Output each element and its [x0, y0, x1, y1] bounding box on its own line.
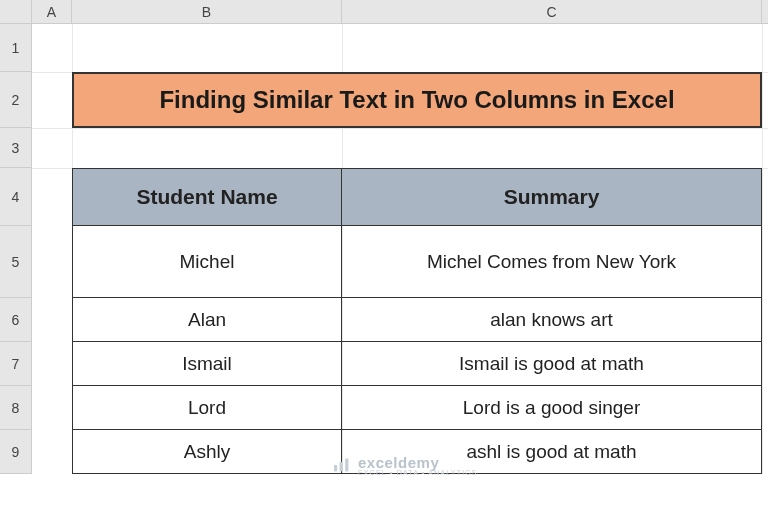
row-header-6[interactable]: 6: [0, 298, 31, 342]
col-header-c[interactable]: C: [342, 0, 762, 23]
table-row: Ashly ashl is good at math: [72, 430, 762, 474]
col-header-a[interactable]: A: [32, 0, 72, 23]
col-header-b[interactable]: B: [72, 0, 342, 23]
row-header-5[interactable]: 5: [0, 226, 31, 298]
title-cell[interactable]: Finding Similar Text in Two Columns in E…: [72, 72, 762, 128]
header-student-name[interactable]: Student Name: [72, 168, 342, 226]
cell-summary[interactable]: Michel Comes from New York: [342, 226, 762, 298]
cell-summary[interactable]: Ismail is good at math: [342, 342, 762, 386]
gridline: [32, 128, 768, 129]
row-header-4[interactable]: 4: [0, 168, 31, 226]
cell-student-name[interactable]: Lord: [72, 386, 342, 430]
table-row: Ismail Ismail is good at math: [72, 342, 762, 386]
row-header-3[interactable]: 3: [0, 128, 31, 168]
row-headers: 1 2 3 4 5 6 7 8 9: [0, 24, 32, 474]
column-headers: A B C: [0, 0, 768, 24]
row-header-8[interactable]: 8: [0, 386, 31, 430]
cell-summary[interactable]: Lord is a good singer: [342, 386, 762, 430]
gridline: [762, 24, 763, 474]
row-header-9[interactable]: 9: [0, 430, 31, 474]
header-summary[interactable]: Summary: [342, 168, 762, 226]
cell-grid[interactable]: Finding Similar Text in Two Columns in E…: [32, 24, 768, 474]
table-row: Lord Lord is a good singer: [72, 386, 762, 430]
row-header-7[interactable]: 7: [0, 342, 31, 386]
cell-student-name[interactable]: Michel: [72, 226, 342, 298]
table-row: Alan alan knows art: [72, 298, 762, 342]
cell-student-name[interactable]: Ashly: [72, 430, 342, 474]
table-row: Michel Michel Comes from New York: [72, 226, 762, 298]
row-header-2[interactable]: 2: [0, 72, 31, 128]
cell-summary[interactable]: alan knows art: [342, 298, 762, 342]
spreadsheet: A B C 1 2 3 4 5 6 7 8 9 Finding Similar …: [0, 0, 768, 507]
row-header-1[interactable]: 1: [0, 24, 31, 72]
cell-student-name[interactable]: Alan: [72, 298, 342, 342]
cell-student-name[interactable]: Ismail: [72, 342, 342, 386]
data-table: Student Name Summary Michel Michel Comes…: [72, 168, 762, 474]
select-all-corner[interactable]: [0, 0, 32, 23]
cell-summary[interactable]: ashl is good at math: [342, 430, 762, 474]
table-header-row: Student Name Summary: [72, 168, 762, 226]
